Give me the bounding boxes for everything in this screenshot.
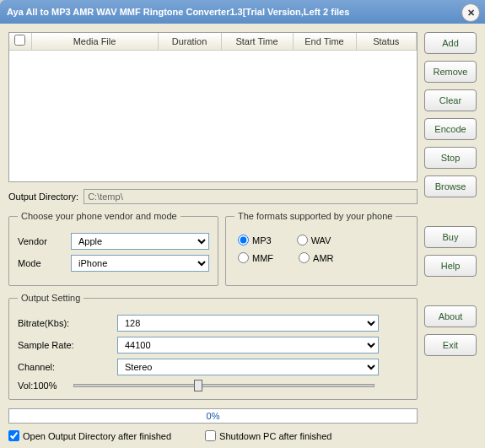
progress-bar: 0% (8, 408, 418, 424)
column-end-time[interactable]: End Time (293, 33, 356, 50)
volume-label: Vol:100% (18, 381, 57, 391)
progress-text: 0% (207, 411, 220, 421)
slider-thumb[interactable] (194, 380, 202, 391)
vendor-select[interactable]: Apple (71, 233, 209, 250)
formats-group: The formats supported by your phone MP3 … (225, 211, 418, 286)
exit-button[interactable]: Exit (424, 334, 477, 356)
clear-button[interactable]: Clear (424, 89, 477, 111)
column-media-file[interactable]: Media File (31, 33, 158, 50)
open-output-checkbox[interactable]: Open Output Directory after finished (8, 430, 171, 441)
sample-rate-label: Sample Rate: (18, 340, 110, 350)
shutdown-checkbox[interactable]: Shutdown PC after finished (205, 430, 331, 441)
browse-button[interactable]: Browse (424, 175, 477, 197)
add-button[interactable]: Add (424, 32, 477, 54)
content-area: Media File Duration Start Time End Time … (0, 24, 485, 448)
channel-select[interactable]: Stereo (117, 359, 379, 375)
vendor-legend: Choose your phone vendor and mode (18, 211, 181, 221)
volume-slider[interactable] (73, 384, 375, 387)
bitrate-select[interactable]: 128 (117, 315, 379, 332)
output-setting-group: Output Setting Bitrate(Kbs): 128 Sample … (8, 293, 418, 400)
about-button[interactable]: About (424, 305, 477, 327)
close-icon: ✕ (467, 8, 475, 19)
formats-legend: The formats supported by your phone (234, 211, 396, 221)
buy-button[interactable]: Buy (424, 226, 477, 248)
title-bar: Aya All to MP3 AMR WAV MMF Ringtone Conv… (0, 0, 485, 24)
close-button[interactable]: ✕ (461, 3, 480, 22)
output-directory-label: Output Directory: (8, 192, 78, 202)
window-title: Aya All to MP3 AMR WAV MMF Ringtone Conv… (7, 7, 349, 17)
output-setting-legend: Output Setting (18, 293, 84, 303)
sample-rate-select[interactable]: 44100 (117, 337, 379, 354)
stop-button[interactable]: Stop (424, 147, 477, 169)
format-mmf[interactable]: MMF (238, 252, 273, 263)
remove-button[interactable]: Remove (424, 61, 477, 83)
encode-button[interactable]: Encode (424, 118, 477, 140)
help-button[interactable]: Help (424, 255, 477, 277)
mode-label: Mode (18, 258, 64, 268)
column-start-time[interactable]: Start Time (221, 33, 293, 50)
column-duration[interactable]: Duration (158, 33, 221, 50)
channel-label: Channel: (18, 362, 110, 372)
format-mp3[interactable]: MP3 (238, 235, 272, 246)
vendor-group: Choose your phone vendor and mode Vendor… (8, 211, 218, 286)
format-amr[interactable]: AMR (299, 252, 333, 263)
select-all-checkbox[interactable] (14, 35, 25, 46)
bitrate-label: Bitrate(Kbs): (18, 318, 110, 328)
format-wav[interactable]: WAV (297, 235, 331, 246)
mode-select[interactable]: iPhone (71, 255, 209, 272)
column-checkbox[interactable] (9, 33, 31, 50)
vendor-label: Vendor (18, 236, 64, 246)
file-table[interactable]: Media File Duration Start Time End Time … (8, 32, 418, 182)
output-directory-field[interactable] (84, 189, 418, 204)
column-status[interactable]: Status (356, 33, 417, 50)
